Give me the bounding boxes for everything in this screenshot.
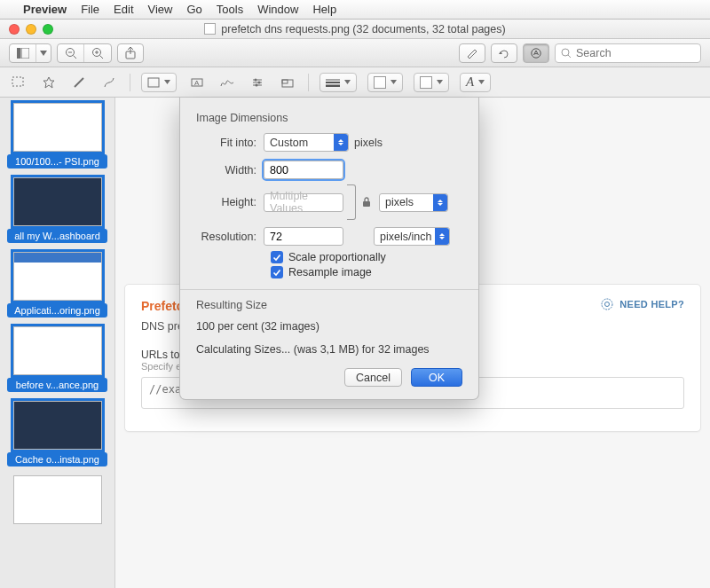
minimize-window-button[interactable] bbox=[26, 24, 36, 35]
need-help-link[interactable]: NEED HELP? bbox=[600, 297, 684, 311]
system-menubar: Preview File Edit View Go Tools Window H… bbox=[0, 0, 710, 20]
shapes-menu[interactable] bbox=[141, 73, 177, 92]
search-icon bbox=[561, 48, 572, 59]
document-icon bbox=[204, 23, 216, 35]
toolbar-divider bbox=[308, 74, 309, 91]
svg-marker-35 bbox=[478, 80, 485, 84]
chevron-updown-icon bbox=[435, 228, 449, 245]
svg-point-26 bbox=[256, 83, 258, 86]
preview-window: prefetch dns requests.png (32 documents,… bbox=[0, 20, 710, 588]
thumbnail-item[interactable]: 100/100...- PSI.png bbox=[4, 103, 111, 169]
svg-marker-18 bbox=[164, 80, 170, 84]
adjust-color-icon[interactable] bbox=[248, 73, 267, 92]
menu-help[interactable]: Help bbox=[312, 3, 336, 16]
svg-marker-12 bbox=[499, 51, 502, 54]
menu-window[interactable]: Window bbox=[257, 3, 298, 16]
width-label: Width: bbox=[196, 164, 264, 176]
adjust-size-icon[interactable] bbox=[278, 73, 297, 92]
lock-aspect-icon[interactable] bbox=[358, 197, 375, 208]
thumbnail-item[interactable]: Cache o...insta.png bbox=[4, 401, 111, 466]
dimension-unit-select[interactable]: pixels bbox=[379, 193, 448, 212]
thumbnail-label: Cache o...insta.png bbox=[7, 452, 107, 466]
thumbnail-item[interactable]: Applicati...oring.png bbox=[4, 252, 111, 318]
svg-rect-38 bbox=[363, 201, 370, 207]
line-weight-menu[interactable] bbox=[320, 73, 357, 92]
chevron-updown-icon bbox=[433, 194, 447, 211]
thumbnail-label: before v...ance.png bbox=[7, 378, 107, 392]
text-tool-icon[interactable]: A bbox=[187, 73, 207, 92]
resolution-unit-select[interactable]: pixels/inch bbox=[374, 227, 450, 246]
svg-marker-34 bbox=[437, 80, 443, 84]
stroke-color-menu[interactable] bbox=[367, 73, 403, 92]
selection-tool-icon[interactable] bbox=[9, 73, 28, 92]
adjust-size-dialog: Image Dimensions Fit into: Custom pixels… bbox=[179, 98, 479, 400]
search-input[interactable] bbox=[576, 47, 695, 59]
svg-point-36 bbox=[602, 299, 612, 310]
svg-rect-0 bbox=[17, 48, 20, 59]
thumbnail-item[interactable] bbox=[4, 475, 111, 524]
menu-edit[interactable]: Edit bbox=[114, 3, 133, 16]
svg-point-14 bbox=[562, 49, 569, 56]
svg-text:A: A bbox=[194, 79, 200, 87]
search-field[interactable] bbox=[555, 43, 701, 63]
chevron-updown-icon bbox=[334, 134, 348, 151]
svg-point-25 bbox=[258, 81, 261, 83]
sketch-tool-icon[interactable] bbox=[69, 73, 89, 92]
help-icon bbox=[600, 297, 614, 311]
stroke-swatch bbox=[374, 76, 386, 89]
svg-marker-2 bbox=[40, 51, 47, 56]
titlebar: prefetch dns requests.png (32 documents,… bbox=[0, 20, 710, 39]
resulting-size-title: Resulting Size bbox=[196, 299, 462, 311]
svg-line-4 bbox=[73, 55, 76, 59]
resulting-size-line1: 100 per cent (32 images) bbox=[196, 320, 462, 333]
svg-point-24 bbox=[255, 78, 257, 81]
menu-go[interactable]: Go bbox=[186, 3, 201, 16]
sidebar-view-button[interactable] bbox=[10, 44, 36, 62]
svg-marker-32 bbox=[344, 80, 351, 84]
share-button[interactable] bbox=[117, 43, 144, 63]
svg-line-7 bbox=[100, 55, 104, 59]
height-field[interactable]: Multiple Values bbox=[264, 193, 343, 212]
rotate-button[interactable] bbox=[491, 43, 517, 63]
thumbnail-sidebar[interactable]: 100/100...- PSI.png all my W...ashboard … bbox=[0, 98, 115, 588]
fill-color-menu[interactable] bbox=[414, 73, 449, 92]
checkbox-checked-icon bbox=[271, 266, 283, 278]
font-style-menu[interactable]: A bbox=[460, 73, 491, 92]
content-area: NEED HELP? Prefetch DNS Re DNS prefetchi… bbox=[115, 98, 710, 588]
fit-into-label: Fit into: bbox=[196, 137, 264, 149]
svg-marker-33 bbox=[390, 80, 397, 84]
sidebar-view-menu[interactable] bbox=[36, 44, 51, 62]
thumbnail-item[interactable]: before v...ance.png bbox=[4, 326, 111, 392]
cancel-button[interactable]: Cancel bbox=[344, 368, 402, 387]
svg-rect-16 bbox=[12, 77, 23, 86]
thumbnail-item[interactable]: all my W...ashboard bbox=[4, 177, 111, 243]
zoom-out-button[interactable] bbox=[58, 44, 84, 62]
thumbnail-label: all my W...ashboard bbox=[7, 229, 107, 243]
instant-alpha-icon[interactable] bbox=[39, 73, 59, 92]
ok-button[interactable]: OK bbox=[411, 368, 462, 387]
scale-proportionally-checkbox[interactable]: Scale proportionally bbox=[271, 251, 462, 263]
window-controls bbox=[0, 24, 53, 35]
app-menu[interactable]: Preview bbox=[23, 3, 67, 16]
fit-into-select[interactable]: Custom bbox=[264, 133, 349, 152]
close-window-button[interactable] bbox=[9, 24, 20, 35]
menu-tools[interactable]: Tools bbox=[217, 3, 243, 16]
width-field[interactable] bbox=[264, 161, 343, 179]
menu-file[interactable]: File bbox=[81, 3, 99, 16]
draw-tool-icon[interactable] bbox=[99, 73, 119, 92]
resulting-size-line2: Calculating Sizes... (was 3,1 MB) for 32… bbox=[196, 343, 462, 356]
resample-image-checkbox[interactable]: Resample image bbox=[271, 266, 462, 278]
zoom-segment bbox=[57, 43, 112, 63]
highlight-button[interactable] bbox=[459, 43, 485, 63]
dialog-section-title: Image Dimensions bbox=[196, 112, 462, 124]
svg-rect-17 bbox=[148, 78, 159, 87]
zoom-window-button[interactable] bbox=[43, 24, 53, 35]
zoom-in-button[interactable] bbox=[84, 44, 111, 62]
markup-toolbar-toggle[interactable] bbox=[523, 43, 549, 63]
menu-view[interactable]: View bbox=[148, 3, 173, 16]
resolution-label: Resolution: bbox=[196, 231, 264, 243]
checkbox-checked-icon bbox=[271, 251, 283, 263]
sign-tool-icon[interactable] bbox=[217, 73, 237, 92]
fill-swatch bbox=[420, 76, 432, 89]
resolution-field[interactable] bbox=[264, 227, 343, 246]
